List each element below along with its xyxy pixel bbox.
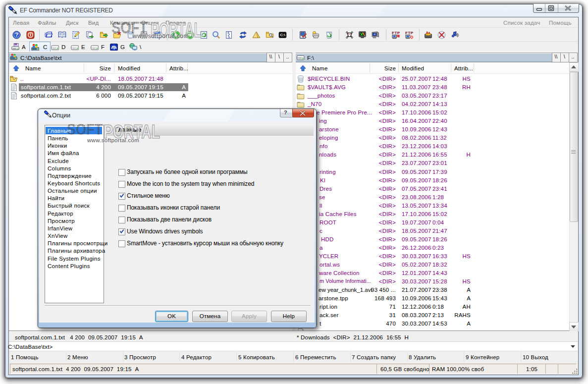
svg-text:SOFT: SOFT: [67, 120, 103, 138]
